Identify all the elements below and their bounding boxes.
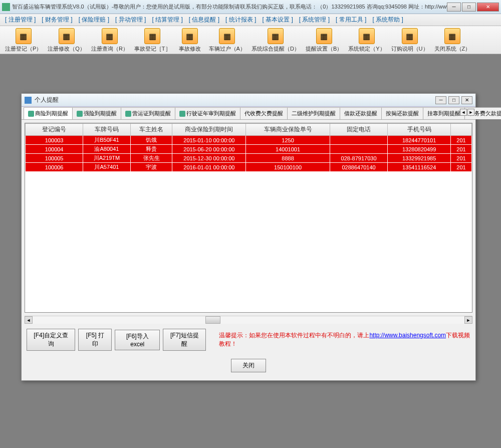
table-row[interactable]: 100005川A219TM张先生2015-12-30 00:00:0088880… — [26, 154, 472, 163]
toolbar-button-0[interactable]: ▦注册登记（P） — [2, 27, 45, 54]
col-header-1[interactable]: 车牌号码 — [83, 124, 130, 136]
toolbar-icon-4: ▦ — [182, 28, 198, 44]
dialog-close-main-button[interactable]: 关闭 — [231, 359, 266, 372]
action-button-2[interactable]: [F6]导入excel — [115, 330, 160, 350]
toolbar-label-1: 注册修改（Q） — [48, 45, 85, 53]
dialog-close-button[interactable]: ✕ — [461, 96, 472, 104]
menu-item-9[interactable]: [ 常用工具 ] — [333, 15, 369, 25]
action-button-row: [F4]自定义查询[F5] 打印[F6]导入excel[F7]短信提醒温馨提示：… — [22, 326, 475, 354]
tab-6[interactable]: 借款还款提醒 — [340, 107, 382, 119]
cell: 201 — [451, 136, 472, 145]
toolbar-icon-0: ▦ — [16, 28, 32, 44]
cell: 13541116524 — [388, 163, 451, 172]
tab-scroll-left[interactable]: ◄ — [460, 109, 467, 116]
toolbar-label-3: 事故登记［T］ — [134, 45, 171, 53]
toolbar-button-1[interactable]: ▦注册修改（Q） — [45, 27, 88, 54]
toolbar-label-6: 系统综合提醒（D） — [252, 45, 300, 53]
menu-item-5[interactable]: [ 信息提醒 ] — [186, 15, 222, 25]
action-button-0[interactable]: [F4]自定义查询 — [27, 329, 75, 351]
menu-item-3[interactable]: [ 异动管理 ] — [112, 15, 149, 25]
toolbar-icon-6: ▦ — [268, 28, 284, 44]
cell: 14001001 — [246, 145, 330, 154]
cell: 宇波 — [130, 163, 172, 172]
toolbar-button-2[interactable]: ▦注册查询（R） — [88, 27, 131, 54]
cell: 13329921985 — [388, 154, 451, 163]
cell: 201 — [451, 154, 472, 163]
horizontal-scrollbar[interactable]: ◄ ► — [25, 316, 472, 324]
tab-7[interactable]: 按揭还款提醒 — [381, 107, 423, 119]
dialog-icon — [25, 97, 32, 104]
maximize-button[interactable]: □ — [462, 3, 476, 12]
action-button-3[interactable]: [F7]短信提醒 — [163, 329, 206, 351]
cell: 2016-01-01 00:00:00 — [172, 163, 246, 172]
col-header-0[interactable]: 登记编号 — [26, 124, 83, 136]
toolbar-button-9[interactable]: ▦订购说明（U） — [388, 27, 431, 54]
col-header-5[interactable]: 固定电话 — [330, 124, 387, 136]
toolbar-button-5[interactable]: ▦车辆过户（A） — [206, 27, 248, 54]
table-row[interactable]: 100003川B50F41饥饿2015-01-10 00:00:00125018… — [26, 136, 472, 145]
tab-3[interactable]: 行驶证年审到期提醒 — [175, 107, 240, 119]
dialog-titlebar: 个人提醒 ─ □ ✕ — [22, 94, 475, 107]
tab-5[interactable]: 二级维护到期提醒 — [287, 107, 340, 119]
action-button-1[interactable]: [F5] 打印 — [78, 329, 112, 351]
menu-item-4[interactable]: [ 结算管理 ] — [149, 15, 185, 25]
cell: 2015-01-10 00:00:00 — [172, 136, 246, 145]
menu-item-1[interactable]: [ 财务管理 ] — [39, 15, 75, 25]
table-row[interactable]: 100006川A57401宇波2016-01-01 00:00:00150100… — [26, 163, 472, 172]
toolbar-button-4[interactable]: ▦事故修改 — [174, 27, 206, 54]
toolbar-label-4: 事故修改 — [179, 45, 201, 53]
table-row[interactable]: 100004渝A80041释贵2015-06-20 00:00:00140010… — [26, 145, 472, 154]
tab-4[interactable]: 代收费欠费提醒 — [240, 107, 288, 119]
toolbar-button-3[interactable]: ▦事故登记［T］ — [131, 27, 174, 54]
toolbar-icon-5: ▦ — [219, 28, 235, 44]
cell: 100003 — [26, 136, 83, 145]
cell: 川B50F41 — [83, 136, 130, 145]
menu-item-2[interactable]: [ 保险理赔 ] — [76, 15, 112, 25]
toolbar-icon-3: ▦ — [144, 28, 160, 44]
cell: 18244770101 — [388, 136, 451, 145]
dialog-minimize-button[interactable]: ─ — [435, 96, 446, 104]
tab-0[interactable]: 商险到期提醒 — [24, 107, 73, 119]
scroll-left-button[interactable]: ◄ — [25, 316, 33, 324]
toolbar-button-7[interactable]: ▦提醒设置（B） — [303, 27, 345, 54]
toolbar-button-6[interactable]: ▦系统综合提醒（D） — [248, 27, 303, 54]
toolbar-button-8[interactable]: ▦系统锁定（Y） — [345, 27, 388, 54]
tab-scroll-right[interactable]: ► — [467, 109, 474, 116]
cell — [330, 145, 387, 154]
toolbar-icon-9: ▦ — [402, 28, 418, 44]
col-header-4[interactable]: 车辆商业保险单号 — [246, 124, 330, 136]
col-header-7[interactable] — [451, 124, 472, 136]
hint-link[interactable]: http://www.baishengsoft.com — [369, 332, 446, 339]
main-titlebar: 智百盛运输车辆管理系统V8.0（试用版）-尊敬的用户：您使用的是试用版，有部分功… — [0, 0, 501, 14]
menu-item-10[interactable]: [ 系统帮助 ] — [369, 15, 406, 25]
cell: 张先生 — [130, 154, 172, 163]
col-header-3[interactable]: 商业保险到期时间 — [172, 124, 246, 136]
menubar: [ 注册管理 ][ 财务管理 ][ 保险理赔 ][ 异动管理 ][ 结算管理 ]… — [0, 14, 501, 26]
col-header-6[interactable]: 手机号码 — [388, 124, 451, 136]
scroll-right-button[interactable]: ► — [464, 316, 472, 324]
tab-1[interactable]: 强险到期提醒 — [72, 107, 121, 119]
tab-2[interactable]: 营运证到期提醒 — [121, 107, 175, 119]
cell: 8888 — [246, 154, 330, 163]
scroll-thumb[interactable] — [205, 316, 220, 324]
menu-item-7[interactable]: [ 基本设置 ] — [259, 15, 296, 25]
data-grid[interactable]: 登记编号车牌号码车主姓名商业保险到期时间车辆商业保险单号固定电话手机号码1000… — [25, 123, 472, 313]
menu-item-6[interactable]: [ 统计报表 ] — [222, 15, 259, 25]
minimize-button[interactable]: ─ — [447, 3, 461, 12]
cell: 201 — [451, 145, 472, 154]
cell — [330, 136, 387, 145]
toolbar-label-0: 注册登记（P） — [5, 45, 42, 53]
menu-item-8[interactable]: [ 系统管理 ] — [296, 15, 333, 25]
hint-text: 温馨提示：如果您在使用本软件过程中有不明白的，请上http://www.bais… — [219, 331, 470, 348]
dialog-maximize-button[interactable]: □ — [448, 96, 459, 104]
menu-item-0[interactable]: [ 注册管理 ] — [2, 15, 39, 25]
tab-icon-3 — [179, 111, 185, 117]
cell: 川A57401 — [83, 163, 130, 172]
toolbar-label-5: 车辆过户（A） — [209, 45, 245, 53]
dialog-title: 个人提醒 — [35, 96, 435, 104]
tab-8[interactable]: 挂靠到期提醒 — [423, 107, 465, 119]
toolbar-button-10[interactable]: ▦关闭系统（Z） — [431, 27, 474, 54]
close-button[interactable]: ✕ — [477, 3, 499, 12]
window-title: 智百盛运输车辆管理系统V8.0（试用版）-尊敬的用户：您使用的是试用版，有部分功… — [12, 3, 447, 11]
col-header-2[interactable]: 车主姓名 — [130, 124, 172, 136]
